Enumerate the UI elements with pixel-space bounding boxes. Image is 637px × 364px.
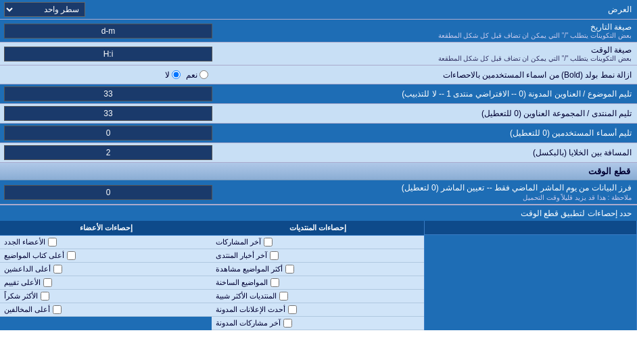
forum-stat-label-6: آخر مشاركات المدونة [216,319,281,328]
forum-stat-checkbox-0[interactable] [264,238,273,246]
forum-stat-item-6: آخر مشاركات المدونة [212,317,423,330]
time-format-input[interactable] [4,47,212,61]
member-stat-checkbox-4[interactable] [41,292,49,301]
hadd-label: حدد إحصاءات لتطبيق قطع الوقت [0,207,637,220]
forum-stat-label-1: آخر أخبار المنتدى [216,251,267,260]
date-format-label-sub: بعض التكوينات يتطلب "/" التي يمكن ان تضا… [222,32,632,39]
forum-stat-checkbox-5[interactable] [288,305,297,314]
cell-spacing-row: المسافة بين الخلايا (بالبكسل) [0,143,637,163]
forum-stat-checkbox-1[interactable] [270,251,279,260]
display-row: العرض سطر واحد سطران ثلاثة أسطر [0,0,637,20]
date-format-input[interactable] [4,24,212,38]
display-label: العرض [89,2,637,17]
display-select-cell: سطر واحد سطران ثلاثة أسطر [0,0,89,19]
date-format-input-cell [0,22,216,41]
stats-col-forums-items: آخر المشاركات آخر أخبار المنتدى أكثر الم… [212,236,423,330]
member-stat-label-0: الأعضاء الجدد [4,238,45,246]
forum-trim-input-cell [0,104,216,123]
users-trim-input[interactable] [4,126,212,140]
bold-yes-radio[interactable] [199,70,208,79]
topic-trim-label: تليم الموضوع / العناوين المدونة (0 -- ال… [216,86,637,101]
member-stat-label-5: أعلى المخالفين [4,305,50,314]
main-container: العرض سطر واحد سطران ثلاثة أسطر صيغة الت… [0,0,637,330]
stats-col-members-items: الأعضاء الجدد أعلى كتاب المواضيع أعلى ال… [0,236,212,317]
forum-trim-input[interactable] [4,106,212,121]
date-format-label-main: صيغة التاريخ [222,22,632,32]
topic-trim-row: تليم الموضوع / العناوين المدونة (0 -- ال… [0,84,637,104]
forum-stat-checkbox-3[interactable] [270,278,279,287]
cut-data-input[interactable] [4,185,212,200]
forum-stat-checkbox-4[interactable] [279,292,288,301]
forum-stat-label-5: أحدث الإعلانات المدونة [216,305,285,314]
member-stat-label-1: أعلى كتاب المواضيع [4,251,64,260]
forum-stat-item-5: أحدث الإعلانات المدونة [212,303,423,317]
time-format-input-cell [0,45,216,63]
cut-section-title: قطع الوقت [588,166,630,176]
forum-stat-label-2: أكثر المواضيع مشاهدة [216,265,283,274]
bold-remove-radio-cell: نعم لا [0,68,216,82]
forum-trim-row: تليم المنتدى / المجموعة العناوين (0 للتع… [0,104,637,124]
member-stat-checkbox-2[interactable] [53,265,62,274]
member-stat-label-2: أعلى الداعشين [4,265,51,274]
cut-data-row: فرز البيانات من يوم الماشر الماضي فقط --… [0,180,637,205]
topic-trim-input-cell [0,84,216,103]
member-stat-checkbox-5[interactable] [53,305,62,314]
member-stat-checkbox-3[interactable] [43,278,52,287]
stats-col-members: إحصاءات الأعضاء الأعضاء الجدد أعلى كتاب … [0,221,212,330]
display-select[interactable]: سطر واحد سطران ثلاثة أسطر [4,2,85,17]
cut-data-label-wrapper: فرز البيانات من يوم الماشر الماضي فقط --… [222,183,632,201]
stats-col-empty [425,221,637,330]
bold-no-option[interactable]: لا [165,70,181,80]
stats-col-empty-header [425,221,636,235]
forum-stat-label-3: المواضيع الساخنة [216,278,268,287]
bold-yes-option[interactable]: نعم [186,70,208,80]
stats-col-forums-header: إحصاءات المنتديات [212,221,423,236]
member-stat-item-3: الأعلى تقييم [0,276,212,290]
hadd-row: حدد إحصاءات لتطبيق قطع الوقت [0,205,637,221]
cut-data-input-cell [0,183,216,202]
time-format-label-main: صيغة الوقت [222,45,632,55]
member-stat-label-3: الأعلى تقييم [4,278,41,287]
member-stat-item-0: الأعضاء الجدد [0,236,212,249]
bold-remove-row: ازالة نمط بولد (Bold) من اسماء المستخدمي… [0,66,637,84]
date-format-row: صيغة التاريخ بعض التكوينات يتطلب "/" الت… [0,20,637,43]
users-trim-label: تليم أسماء المستخدمين (0 للتعطيل) [216,126,637,140]
member-stat-item-2: أعلى الداعشين [0,263,212,276]
forum-stat-checkbox-6[interactable] [283,319,292,328]
cut-data-main: فرز البيانات من يوم الماشر الماضي فقط --… [222,183,632,192]
forum-stat-item-0: آخر المشاركات [212,236,423,249]
member-stat-label-4: الأكثر شكراً [4,292,38,301]
cut-data-label: فرز البيانات من يوم الماشر الماضي فقط --… [216,180,637,204]
users-trim-input-cell [0,124,216,142]
cut-data-sub: ملاحظة : هذا قد يزيد قليلاً وقت التحميل [222,194,632,201]
stats-col-members-header: إحصاءات الأعضاء [0,221,212,236]
bold-no-radio[interactable] [172,70,181,79]
users-trim-row: تليم أسماء المستخدمين (0 للتعطيل) [0,124,637,143]
cell-spacing-input[interactable] [4,145,212,160]
bold-no-label: لا [165,70,170,80]
cell-spacing-input-cell [0,143,216,162]
member-stat-checkbox-1[interactable] [67,251,76,260]
forum-stat-checkbox-2[interactable] [285,265,294,274]
stats-section: إحصاءات المنتديات آخر المشاركات آخر أخبا… [0,221,637,330]
date-format-label: صيغة التاريخ بعض التكوينات يتطلب "/" الت… [216,20,637,42]
forum-stat-item-3: المواضيع الساخنة [212,276,423,290]
cut-section-header: قطع الوقت [0,163,637,180]
cell-spacing-label: المسافة بين الخلايا (بالبكسل) [216,145,637,160]
bold-remove-label: ازالة نمط بولد (Bold) من اسماء المستخدمي… [216,68,637,82]
member-stat-checkbox-0[interactable] [48,238,57,246]
bold-yes-label: نعم [186,70,197,80]
forum-stat-item-1: آخر أخبار المنتدى [212,249,423,263]
member-stat-item-5: أعلى المخالفين [0,303,212,317]
forum-stat-label-0: آخر المشاركات [216,238,261,246]
time-format-row: صيغة الوقت بعض التكوينات يتطلب "/" التي … [0,43,637,66]
time-format-label: صيغة الوقت بعض التكوينات يتطلب "/" التي … [216,43,637,65]
stats-col-forums: إحصاءات المنتديات آخر المشاركات آخر أخبا… [212,221,424,330]
forum-stat-label-4: المنتديات الأكثر شبية [216,292,277,301]
forum-trim-label: تليم المنتدى / المجموعة العناوين (0 للتع… [216,106,637,121]
forum-stat-item-4: المنتديات الأكثر شبية [212,290,423,303]
forum-stat-item-2: أكثر المواضيع مشاهدة [212,263,423,276]
member-stat-item-4: الأكثر شكراً [0,290,212,303]
time-format-label-sub: بعض التكوينات يتطلب "/" التي يمكن ان تضا… [222,55,632,62]
topic-trim-input[interactable] [4,86,212,101]
